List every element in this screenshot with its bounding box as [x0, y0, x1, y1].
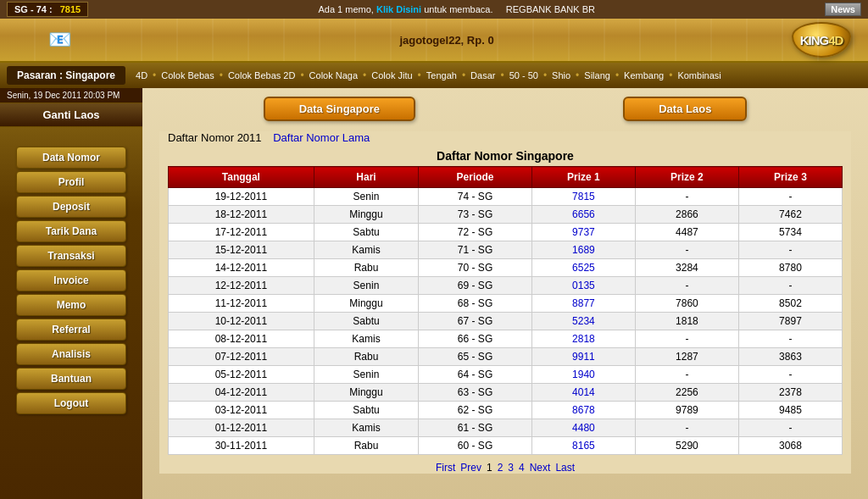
- pagination-page-2[interactable]: 2: [498, 462, 504, 474]
- nav-item-colok-bebas[interactable]: Colok Bebas: [158, 70, 217, 80]
- pagination-page-3[interactable]: 3: [508, 462, 514, 474]
- prize1-link[interactable]: 7815: [572, 191, 595, 202]
- top-bar: SG - 74 : 7815 Ada 1 memo, Klik Disini u…: [0, 0, 868, 19]
- cell-prize1[interactable]: 6656: [531, 206, 635, 224]
- nav-item-50---50[interactable]: 50 - 50: [506, 70, 542, 80]
- prize1-link[interactable]: 9911: [572, 351, 595, 363]
- pagination-prev[interactable]: Prev: [460, 462, 481, 474]
- sidebar-btn-analisis[interactable]: Analisis: [16, 343, 126, 365]
- cell-prize1[interactable]: 4014: [531, 384, 635, 402]
- cell-prize1[interactable]: 4480: [531, 419, 635, 437]
- cell-tanggal: 18-12-2011: [169, 206, 314, 224]
- table-row: 07-12-2011Rabu65 - SG991112873863: [169, 348, 843, 366]
- sidebar-btn-transaksi[interactable]: Transaksi: [16, 245, 126, 267]
- cell-periode: 62 - SG: [419, 402, 532, 419]
- table-row: 11-12-2011Minggu68 - SG887778608502: [169, 295, 843, 313]
- cell-prize1[interactable]: 9737: [531, 224, 635, 241]
- nav-item-colok-bebas-2d[interactable]: Colok Bebas 2D: [225, 70, 299, 80]
- data-laos-button[interactable]: Data Laos: [623, 97, 747, 121]
- pagination-next[interactable]: Next: [530, 462, 551, 474]
- cell-prize1[interactable]: 9911: [531, 348, 635, 366]
- cell-tanggal: 15-12-2011: [169, 241, 314, 259]
- prize1-link[interactable]: 1689: [572, 244, 595, 256]
- cell-prize2: -: [635, 277, 738, 295]
- sidebar-btn-profil[interactable]: Profil: [16, 171, 126, 193]
- prize1-link[interactable]: 1940: [572, 369, 595, 380]
- pagination-page-1[interactable]: 1: [487, 462, 492, 474]
- nav-item-colok-jitu[interactable]: Colok Jitu: [368, 70, 415, 80]
- cell-prize2: 3284: [635, 259, 738, 277]
- cell-prize1[interactable]: 6525: [531, 259, 635, 277]
- table-row: 03-12-2011Sabtu62 - SG867897899485: [169, 402, 843, 419]
- nav-dot: •: [416, 69, 423, 81]
- cell-prize2: 1818: [635, 313, 738, 330]
- pagination-page-4[interactable]: 4: [519, 462, 525, 474]
- data-singapore-button[interactable]: Data Singapore: [264, 97, 415, 121]
- mailbox-area: 📧: [8, 29, 110, 51]
- nav-item-dasar[interactable]: Dasar: [467, 70, 498, 80]
- prize1-link[interactable]: 5234: [572, 315, 595, 327]
- prize1-link[interactable]: 8165: [572, 440, 595, 452]
- col-prize1: Prize 1: [531, 167, 635, 188]
- nav-item-4d[interactable]: 4D: [132, 70, 151, 80]
- prize1-link[interactable]: 6656: [572, 208, 595, 220]
- sidebar-btn-referral[interactable]: Referral: [16, 319, 126, 341]
- pagination-last[interactable]: Last: [555, 462, 575, 474]
- logo-king: KING4D: [800, 33, 843, 47]
- nav-dot: •: [667, 69, 674, 81]
- cell-hari: Minggu: [314, 206, 418, 224]
- cell-prize2: 2256: [635, 384, 738, 402]
- cell-hari: Sabtu: [314, 313, 418, 330]
- cell-prize3: -: [738, 419, 842, 437]
- nav-item-kombinasi[interactable]: Kombinasi: [674, 70, 724, 80]
- prize1-link[interactable]: 8678: [572, 404, 595, 416]
- prize1-link[interactable]: 0135: [572, 280, 595, 291]
- cell-periode: 69 - SG: [419, 277, 532, 295]
- cell-prize1[interactable]: 1689: [531, 241, 635, 259]
- news-button[interactable]: News: [825, 3, 861, 16]
- cell-prize1[interactable]: 7815: [531, 188, 635, 206]
- prize1-link[interactable]: 4014: [572, 386, 595, 398]
- cell-prize1[interactable]: 8877: [531, 295, 635, 313]
- sidebar-btn-tarik-dana[interactable]: Tarik Dana: [16, 220, 126, 242]
- daftar-nomor-lama-link[interactable]: Daftar Nomor Lama: [273, 131, 370, 144]
- sidebar-btn-bantuan[interactable]: Bantuan: [16, 368, 126, 390]
- nav-item-shio[interactable]: Shio: [548, 70, 574, 80]
- col-periode: Periode: [419, 167, 532, 188]
- ganti-laos-button[interactable]: Ganti Laos: [0, 103, 142, 127]
- klik-disini-link[interactable]: Klik Disini: [376, 4, 421, 14]
- sidebar-btn-invoice[interactable]: Invoice: [16, 269, 126, 291]
- content-area: Data Singapore Data Laos Daftar Nomor 20…: [142, 88, 868, 499]
- cell-prize1[interactable]: 8678: [531, 402, 635, 419]
- nav-item-silang[interactable]: Silang: [581, 70, 614, 80]
- cell-prize1[interactable]: 1940: [531, 366, 635, 384]
- cell-prize1[interactable]: 0135: [531, 277, 635, 295]
- prize1-link[interactable]: 9737: [572, 226, 595, 238]
- nav-item-colok-naga[interactable]: Colok Naga: [306, 70, 361, 80]
- prize1-link[interactable]: 6525: [572, 262, 595, 274]
- sidebar-btn-deposit[interactable]: Deposit: [16, 196, 126, 218]
- cell-tanggal: 03-12-2011: [169, 402, 314, 419]
- cell-prize1[interactable]: 5234: [531, 313, 635, 330]
- cell-hari: Rabu: [314, 259, 418, 277]
- cell-periode: 61 - SG: [419, 419, 532, 437]
- prize1-link[interactable]: 4480: [572, 422, 595, 434]
- regbank-text: REGBANK BANK BR: [506, 4, 595, 14]
- cell-tanggal: 05-12-2011: [169, 366, 314, 384]
- prize1-link[interactable]: 2818: [572, 333, 595, 345]
- cell-hari: Sabtu: [314, 402, 418, 419]
- sidebar-btn-data-nomor[interactable]: Data Nomor: [16, 147, 126, 169]
- cell-prize1[interactable]: 8165: [531, 437, 635, 455]
- nav-item-kembang[interactable]: Kembang: [620, 70, 667, 80]
- sidebar-btn-memo[interactable]: Memo: [16, 294, 126, 316]
- nav-dot: •: [218, 69, 225, 81]
- pagination-first[interactable]: First: [436, 462, 455, 474]
- table-title-text: Daftar Nomor 2011: [168, 131, 262, 144]
- nav-item-tengah[interactable]: Tengah: [423, 70, 460, 80]
- datetime-box: Senin, 19 Dec 2011 20:03 PM: [0, 88, 142, 103]
- cell-prize1[interactable]: 2818: [531, 330, 635, 348]
- cell-prize2: -: [635, 241, 738, 259]
- prize1-link[interactable]: 8877: [572, 297, 595, 309]
- cell-prize3: 3068: [738, 437, 842, 455]
- sidebar-btn-logout[interactable]: Logout: [16, 392, 126, 414]
